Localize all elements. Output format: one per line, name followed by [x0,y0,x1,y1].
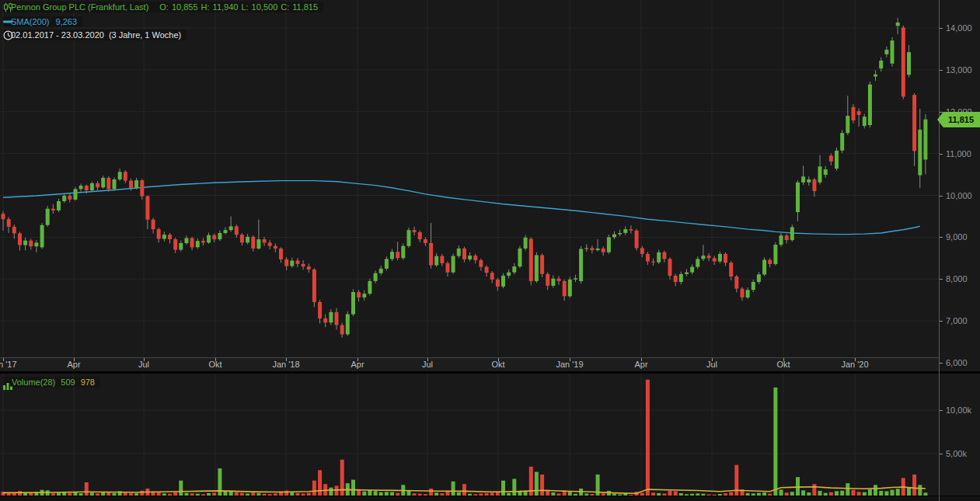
symbol-title: Pennon Group PLC (Frankfurt, Last) [11,2,148,12]
date-range-text: 02.01.2017 - 23.03.2020 [11,30,104,40]
time-axis[interactable] [0,357,939,372]
volume-time-axis [0,496,980,501]
trading-chart-widget: 14,00013,00012,00011,00010,0009,0008,000… [0,0,980,501]
sma-legend[interactable]: SMA(200) 9,263 [3,16,82,27]
volume-current-value: 509 [61,377,75,387]
sma-label: SMA(200) [11,17,50,26]
sma-value: 9,263 [56,17,78,26]
symbol-legend[interactable]: Pennon Group PLC (Frankfurt, Last) O:10,… [3,2,323,12]
date-range-suffix: (3 Jahre, 1 Woche) [109,30,181,40]
volume-label: Volume(28) [12,377,55,387]
volume-legend[interactable]: Volume(28) 509 978 [3,377,100,388]
price-pane-canvas[interactable] [0,0,939,357]
volume-pane-canvas[interactable] [0,374,939,496]
ohlc-values: O:10,855 H:11,940 L:10,500 C:11,815 [159,2,318,12]
last-price-tag: 11,815 [937,112,980,127]
price-scale[interactable] [939,0,980,501]
volume-ma-value: 978 [81,377,95,387]
date-range-chip[interactable]: 02.01.2017 - 23.03.2020 (3 Jahre, 1 Woch… [3,30,187,40]
